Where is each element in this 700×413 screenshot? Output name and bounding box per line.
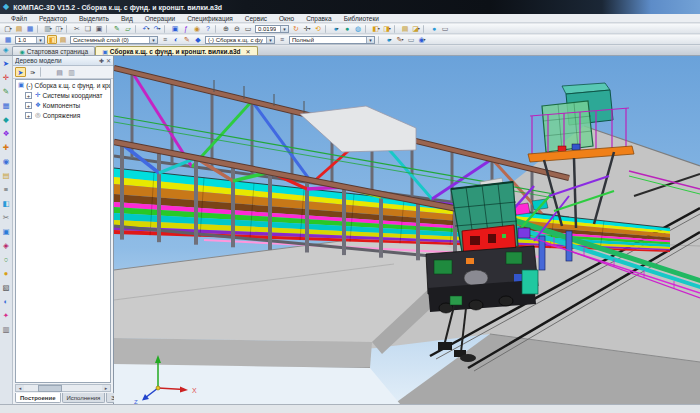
sketch-mode-combo[interactable]: ✎▾ bbox=[395, 35, 405, 44]
tree-horizontal-scrollbar[interactable]: ◂ ▸ bbox=[15, 384, 111, 392]
simplify-view-button[interactable]: ▤ bbox=[400, 24, 410, 33]
tab-construction[interactable]: Построение bbox=[15, 393, 61, 403]
arrays-button[interactable]: ❖ bbox=[1, 128, 12, 139]
dropdown-arrow[interactable]: ▾ bbox=[147, 24, 149, 33]
pointer-mode-button[interactable]: ➤ bbox=[15, 67, 26, 77]
copy-properties-button[interactable]: ✎ bbox=[112, 24, 122, 33]
tree-node-coordinate-systems[interactable]: + ✛ Системы координат bbox=[16, 90, 110, 100]
menu-window[interactable]: Окно bbox=[274, 15, 299, 22]
rotate-button[interactable]: ⟲ bbox=[313, 24, 323, 33]
snap-grid-button[interactable]: ▦ bbox=[3, 35, 13, 44]
kompas-home-icon[interactable]: ◈ bbox=[3, 46, 8, 54]
sketch-button[interactable]: ✎ bbox=[1, 86, 12, 97]
tab-start-page[interactable]: ◉ Стартовая страница bbox=[12, 46, 95, 55]
reference-button[interactable]: ◉ bbox=[192, 24, 202, 33]
dropdown-arrow[interactable]: ▾ bbox=[418, 24, 420, 33]
measure-button[interactable]: ▱ bbox=[123, 24, 133, 33]
chevron-down-icon[interactable]: ▾ bbox=[149, 37, 157, 43]
dropdown-arrow[interactable]: ▾ bbox=[10, 24, 12, 33]
menu-view[interactable]: Вид bbox=[116, 15, 138, 22]
chevron-down-icon[interactable]: ▾ bbox=[366, 37, 374, 43]
orientation-button[interactable]: ●▾ bbox=[331, 24, 341, 33]
redo-button[interactable]: ↷▾ bbox=[152, 24, 162, 33]
hide-faces-combo[interactable]: ◧▾ bbox=[371, 24, 381, 33]
refresh-image-button[interactable]: ↻ bbox=[291, 24, 301, 33]
display-button[interactable]: ◐ bbox=[1, 296, 12, 307]
dropdown-arrow[interactable]: ▾ bbox=[158, 24, 160, 33]
screen-params-button[interactable]: ▭ bbox=[440, 24, 450, 33]
style-button[interactable]: ◆ bbox=[193, 35, 203, 44]
expander-icon[interactable]: + bbox=[25, 112, 32, 119]
shaded-view-button[interactable]: ● bbox=[342, 24, 352, 33]
zoom-area-button[interactable]: ▭ bbox=[243, 24, 253, 33]
close-icon[interactable]: ✕ bbox=[106, 57, 111, 64]
relations-doc-button[interactable]: ▥ bbox=[66, 67, 77, 77]
components-button[interactable]: ▣ bbox=[1, 226, 12, 237]
section-doc-button[interactable]: ▤ bbox=[54, 67, 65, 77]
zoom-in-button[interactable]: ⊕ bbox=[221, 24, 231, 33]
chevron-down-icon[interactable]: ▾ bbox=[36, 37, 44, 43]
tab-versions[interactable]: Исполнения bbox=[62, 393, 106, 403]
show-document-button[interactable]: ▣ bbox=[170, 24, 180, 33]
frame-button[interactable]: ▭ bbox=[406, 35, 416, 44]
current-layer-combo[interactable]: Системный слой (0) ▾ bbox=[70, 36, 158, 44]
scroll-right-icon[interactable]: ▸ bbox=[102, 385, 110, 391]
surfaces-button[interactable]: ◧ bbox=[1, 198, 12, 209]
filters-button[interactable]: ▧ bbox=[1, 282, 12, 293]
dropdown-arrow[interactable]: ▾ bbox=[50, 24, 52, 33]
model-tree[interactable]: ▣ (-) Сборка к.щ. с фунд. и кроншт. в + … bbox=[15, 79, 111, 383]
ortho-drawing-button[interactable]: ◧ bbox=[47, 35, 57, 44]
menu-libraries[interactable]: Библиотеки bbox=[339, 15, 384, 22]
section-view-button[interactable]: ◪▾ bbox=[411, 24, 421, 33]
display-mode-combo[interactable]: Полный ▾ bbox=[289, 36, 375, 44]
menu-help[interactable]: Справка bbox=[301, 15, 337, 22]
current-component-combo[interactable]: (-) Сборка к.щ. с фу ▾ bbox=[205, 36, 275, 44]
auxiliary-geometry-button[interactable]: ▦ bbox=[1, 100, 12, 111]
model-view-combo[interactable]: ●▾ bbox=[384, 35, 394, 44]
specification-button[interactable]: ▤ bbox=[1, 170, 12, 181]
undo-button[interactable]: ↶▾ bbox=[141, 24, 151, 33]
zoom-out-button[interactable]: ⊖ bbox=[232, 24, 242, 33]
copy-button[interactable]: ❏ bbox=[83, 24, 93, 33]
parameters-button[interactable]: ● bbox=[1, 268, 12, 279]
perspective-button[interactable]: ● bbox=[429, 24, 439, 33]
paste-button[interactable]: ▣ bbox=[94, 24, 104, 33]
dropdown-arrow[interactable]: ▾ bbox=[308, 24, 310, 33]
mates-button[interactable]: ✚ bbox=[1, 142, 12, 153]
chevron-down-icon[interactable]: ▾ bbox=[280, 26, 288, 32]
expander-icon[interactable]: + bbox=[25, 92, 32, 99]
step-combo[interactable]: 1.0 ▾ bbox=[15, 36, 45, 44]
section-button[interactable]: ✂ bbox=[1, 212, 12, 223]
expander-icon[interactable]: + bbox=[25, 102, 32, 109]
open-button[interactable]: ▤ bbox=[14, 24, 24, 33]
settings-button[interactable]: ▥ bbox=[1, 324, 12, 335]
variables-button[interactable]: ƒ bbox=[181, 24, 191, 33]
dropdown-arrow[interactable]: ▾ bbox=[401, 35, 403, 44]
3d-viewport[interactable]: X Z bbox=[114, 56, 700, 404]
preview-button[interactable]: ◫▾ bbox=[54, 24, 64, 33]
chevron-down-icon[interactable]: ▾ bbox=[266, 37, 274, 43]
pin-icon[interactable]: ✚ bbox=[99, 57, 104, 64]
menu-editor[interactable]: Редактор bbox=[34, 15, 72, 22]
tree-list-button[interactable]: ≡ bbox=[277, 35, 287, 44]
dropdown-arrow[interactable]: ▾ bbox=[390, 35, 392, 44]
camera-combo[interactable]: ◉▾ bbox=[417, 35, 427, 44]
dropdown-arrow[interactable]: ▾ bbox=[61, 24, 63, 33]
menu-file[interactable]: Файл bbox=[6, 15, 32, 22]
layers-button[interactable]: ≡ bbox=[1, 184, 12, 195]
wireframe-view-button[interactable]: ◍ bbox=[353, 24, 363, 33]
dropdown-arrow[interactable]: ▾ bbox=[337, 24, 339, 33]
edit-context-button[interactable]: ✎ bbox=[182, 35, 192, 44]
scroll-left-icon[interactable]: ◂ bbox=[16, 385, 24, 391]
save-button[interactable]: ▦ bbox=[25, 24, 35, 33]
scrollbar-thumb[interactable] bbox=[38, 385, 62, 392]
operations-button[interactable]: ◆ bbox=[1, 114, 12, 125]
print-button[interactable]: ▥▾ bbox=[43, 24, 53, 33]
dropdown-arrow[interactable]: ▾ bbox=[378, 24, 380, 33]
help-button[interactable]: ? bbox=[203, 24, 213, 33]
menu-operations[interactable]: Операции bbox=[140, 15, 180, 22]
hide-objects-combo[interactable]: ◨▾ bbox=[382, 24, 392, 33]
libraries-button[interactable]: ◈ bbox=[1, 240, 12, 251]
decorations-button[interactable]: ✦ bbox=[1, 310, 12, 321]
rebuild-button[interactable]: ✛ bbox=[1, 72, 12, 83]
